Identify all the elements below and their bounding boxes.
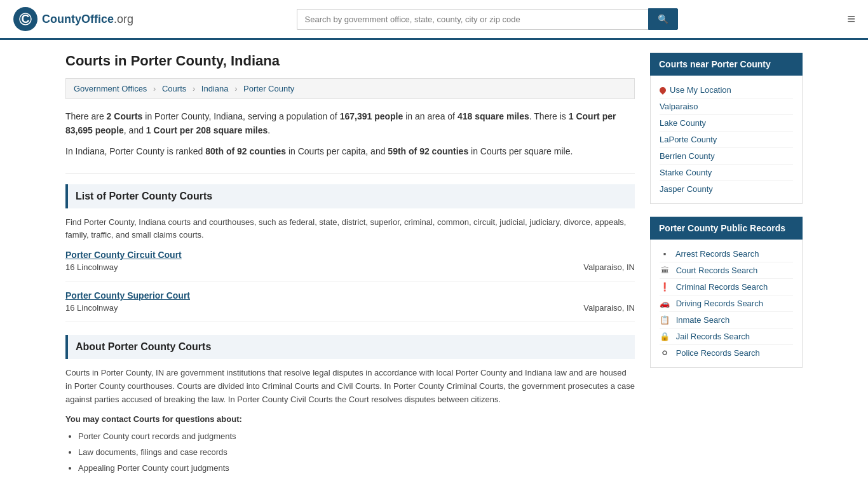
about-text: Courts in Porter County, IN are governme… [65,367,635,406]
sidebar-link-arrest-records[interactable]: ▪ Arrest Records Search [660,246,793,262]
court-circuit-city: Valparaiso, IN [583,262,635,272]
inmate-search-label: Inmate Search [676,315,730,325]
breadcrumb-sep-2: › [193,84,195,93]
court-list-header: List of Porter County Courts [65,184,635,208]
list-item: Porter County court records and judgment… [78,429,635,444]
rank-sqmile: 59th of 92 counties [388,146,468,156]
sidebar-link-court-records[interactable]: 🏛 Court Records Search [660,262,793,279]
sidebar-link-driving-records[interactable]: 🚗 Driving Records Search [660,295,793,312]
sidebar-link-inmate-search[interactable]: 📋 Inmate Search [660,312,793,329]
sidebar-public-records-section: Porter County Public Records ▪ Arrest Re… [650,217,803,368]
search-input[interactable] [297,9,648,30]
search-button[interactable]: 🔍 [648,8,678,30]
search-area: 🔍 [297,8,678,30]
court-superior-address: 16 Lincolnway [65,303,118,313]
content-area: Courts in Porter County, Indiana Governm… [65,53,635,488]
jail-records-icon: 🔒 [660,332,670,341]
sidebar-link-valparaiso[interactable]: Valparaiso [660,98,793,115]
hamburger-menu-icon[interactable]: ≡ [847,11,855,27]
court-superior-city: Valparaiso, IN [583,303,635,313]
breadcrumb-courts[interactable]: Courts [162,84,186,93]
info-box: There are 2 Courts in Porter County, Ind… [65,109,635,174]
driving-records-label: Driving Records Search [676,299,763,308]
sidebar-link-lake-county[interactable]: Lake County [660,115,793,132]
court-circuit-details: 16 Lincolnway Valparaiso, IN [65,262,635,272]
use-location-label: Use My Location [670,85,731,95]
sidebar-courts-near-title: Courts near Porter County [650,53,803,76]
criminal-records-label: Criminal Records Search [676,282,768,292]
breadcrumb-indiana[interactable]: Indiana [201,84,229,93]
logo-text: CountyOffice.org [42,13,133,26]
courts-count: 2 Courts [107,111,143,121]
list-item: Law documents, filings and case records [78,445,635,459]
info-paragraph-1: There are 2 Courts in Porter County, Ind… [65,109,635,138]
sidebar: Courts near Porter County Use My Locatio… [650,53,803,488]
court-superior-details: 16 Lincolnway Valparaiso, IN [65,303,635,313]
breadcrumb-sep-1: › [153,84,156,93]
area: 418 square miles [458,111,529,121]
sidebar-link-jail-records[interactable]: 🔒 Jail Records Search [660,329,793,345]
court-item-circuit: Porter County Circuit Court 16 Lincolnwa… [65,250,635,281]
sidebar-public-records-title: Porter County Public Records [650,217,803,240]
about-header: About Porter County Courts [65,335,635,359]
court-list-description: Find Porter County, Indiana courts and c… [65,216,635,241]
sidebar-courts-near-section: Courts near Porter County Use My Locatio… [650,53,803,204]
court-item-superior: Porter County Superior Court 16 Lincolnw… [65,290,635,322]
police-records-label: Police Records Search [676,348,760,358]
contact-list: Porter County court records and judgment… [65,429,635,476]
location-pin-icon [658,85,667,94]
about-section: About Porter County Courts Courts in Por… [65,335,635,476]
breadcrumb-sep-3: › [234,84,237,93]
breadcrumb: Government Offices › Courts › Indiana › … [65,78,635,99]
page-title: Courts in Porter County, Indiana [65,53,635,69]
list-item: Appealing Porter County court judgments [78,461,635,475]
contact-header: You may contact Courts for questions abo… [65,414,635,424]
logo-area: C CountyOffice.org [13,6,133,32]
court-superior-name[interactable]: Porter County Superior Court [65,290,635,301]
header-right: ≡ [841,11,855,27]
arrest-records-label: Arrest Records Search [675,249,759,259]
jail-records-label: Jail Records Search [676,332,750,341]
header: C CountyOffice.org 🔍 ≡ [0,0,868,40]
sidebar-link-criminal-records[interactable]: ❗ Criminal Records Search [660,279,793,295]
sidebar-link-jasper-county[interactable]: Jasper County [660,181,793,197]
court-records-label: Court Records Search [676,266,758,275]
rank-capita: 80th of 92 counties [205,146,286,156]
court-records-icon: 🏛 [660,266,670,275]
population: 167,391 people [340,111,403,121]
per-sqmile: 1 Court per 208 square miles [146,125,268,135]
sidebar-courts-near-body: Use My Location Valparaiso Lake County L… [650,76,803,204]
breadcrumb-porter-county[interactable]: Porter County [243,84,294,93]
criminal-records-icon: ❗ [660,282,670,292]
sidebar-link-police-records[interactable]: ⭘ Police Records Search [660,345,793,361]
sidebar-link-berrien-county[interactable]: Berrien County [660,148,793,165]
driving-records-icon: 🚗 [660,299,670,308]
sidebar-link-starke-county[interactable]: Starke County [660,165,793,181]
logo-icon: C [13,6,38,32]
court-circuit-name[interactable]: Porter County Circuit Court [65,250,635,260]
info-paragraph-2: In Indiana, Porter County is ranked 80th… [65,144,635,158]
main-container: Courts in Porter County, Indiana Governm… [53,40,815,488]
court-list-section: List of Porter County Courts Find Porter… [65,184,635,322]
use-my-location-link[interactable]: Use My Location [660,82,793,98]
sidebar-public-records-body: ▪ Arrest Records Search 🏛 Court Records … [650,240,803,368]
search-icon: 🔍 [658,14,668,24]
police-records-icon: ⭘ [660,348,670,358]
inmate-search-icon: 📋 [660,315,670,325]
sidebar-link-laporte-county[interactable]: LaPorte County [660,132,793,148]
breadcrumb-gov-offices[interactable]: Government Offices [74,84,147,93]
court-circuit-address: 16 Lincolnway [65,262,118,272]
arrest-records-icon: ▪ [660,249,670,259]
